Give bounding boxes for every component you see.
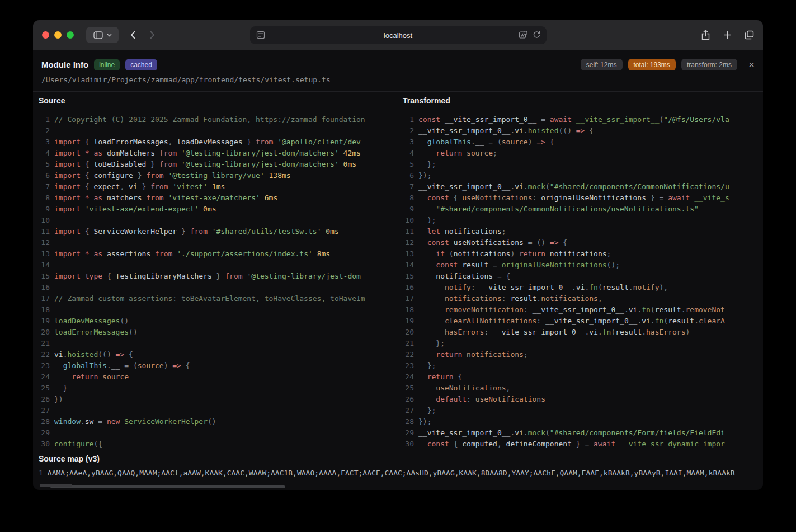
url-bar[interactable]: localhost — [250, 26, 547, 44]
zoom-window-button[interactable] — [67, 31, 74, 39]
line-number: 1 — [37, 114, 54, 125]
code-token: domMatchers — [107, 149, 159, 157]
code-line: 29 — [33, 427, 397, 439]
code-token: , — [120, 182, 129, 191]
code-token: import — [54, 171, 85, 180]
code-token: ); — [418, 216, 436, 224]
source-panel: Source 1// Copyright (C) 2012-2025 Zamma… — [33, 92, 397, 448]
line-number: 29 — [37, 427, 54, 439]
code-token: { — [454, 440, 463, 448]
code-token: result — [615, 328, 642, 336]
back-button[interactable] — [130, 30, 136, 40]
code-text: let notifications; — [418, 226, 506, 237]
code-token: { — [85, 138, 94, 146]
new-tab-icon[interactable] — [723, 31, 732, 39]
code-token: , — [168, 138, 177, 146]
code-token: type — [85, 272, 107, 280]
code-line: 6}); — [397, 170, 763, 181]
code-line: 15import type { TestingLibraryMatchers }… — [33, 271, 397, 282]
code-token: vi — [642, 317, 651, 325]
code-token: __vite_ssr_import_0__ — [480, 283, 572, 291]
line-number: 11 — [402, 226, 418, 237]
code-line: 10 ); — [397, 215, 763, 226]
reload-icon[interactable] — [533, 31, 541, 39]
reader-icon[interactable] — [256, 31, 265, 39]
line-number: 28 — [37, 416, 54, 427]
close-window-button[interactable] — [42, 31, 49, 39]
code-token: } — [133, 171, 146, 180]
line-number: 6 — [402, 170, 418, 181]
code-token — [418, 149, 436, 157]
code-token: return — [427, 373, 458, 381]
code-token: { — [85, 171, 94, 180]
forward-button[interactable] — [149, 30, 156, 40]
line-number: 5 — [402, 159, 418, 170]
code-token: originalUseNotifications — [502, 261, 607, 269]
minimize-window-button[interactable] — [54, 31, 62, 39]
code-token: * — [85, 194, 94, 202]
code-token: }; — [418, 160, 436, 168]
code-line: 14 — [33, 260, 397, 271]
code-token: sw — [85, 417, 94, 426]
line-number: 1 — [402, 114, 418, 125]
tab-overview-icon[interactable] — [745, 30, 754, 40]
code-token: if — [436, 249, 449, 258]
code-token: default — [436, 395, 467, 403]
code-token: () — [120, 317, 129, 325]
line-number: 21 — [402, 338, 418, 349]
module-path-link[interactable]: './support/assertions/index.ts' — [177, 249, 313, 258]
code-text: hasErrors: __vite_ssr_import_0__.vi.fn(r… — [418, 327, 690, 338]
code-line: 4import * as domMatchers from '@testing-… — [33, 148, 397, 159]
code-token: }); — [418, 417, 431, 426]
source-panel-title: Source — [33, 92, 397, 111]
code-text: }); — [418, 416, 431, 427]
code-token: let — [427, 227, 445, 236]
code-token: () — [129, 328, 138, 336]
code-token: result — [655, 305, 681, 314]
line-number: 7 — [402, 181, 418, 192]
code-token: expect — [93, 182, 120, 191]
code-token: . — [524, 429, 528, 437]
code-token: = ( — [120, 361, 137, 370]
code-line: 3 globalThis.__ = (source) => { — [397, 136, 763, 148]
code-token: } — [138, 182, 150, 191]
code-token: . — [524, 126, 528, 135]
code-line: 28}); — [397, 416, 763, 427]
code-token: notifications — [454, 249, 511, 258]
code-token: = — [93, 417, 106, 426]
code-token: import — [54, 160, 85, 168]
code-token: as — [93, 194, 106, 202]
code-token: __vite_ssr_import_0__ — [418, 182, 510, 191]
code-text: __vite_ssr_import_0__.vi.mock("#shared/c… — [418, 181, 729, 192]
code-token: assertions — [107, 249, 155, 258]
code-token: result — [462, 261, 488, 269]
code-token: 42ms — [339, 149, 361, 157]
close-panel-button[interactable]: × — [748, 59, 755, 70]
code-token: 8ms — [313, 249, 330, 258]
code-token: * — [85, 249, 94, 258]
code-text: const { useNotifications: originalUseNot… — [418, 192, 729, 204]
code-text: import type { TestingLibraryMatchers } f… — [54, 271, 361, 282]
code-token: return — [436, 149, 467, 157]
code-text: }) — [54, 394, 63, 405]
code-token: loadErrorMessages — [93, 138, 168, 146]
code-line: 26}) — [33, 394, 397, 405]
line-number: 3 — [402, 136, 418, 148]
code-line: 24 return source — [33, 371, 397, 383]
code-line: 6import { configure } from '@testing-lib… — [33, 170, 397, 181]
code-token: { — [563, 238, 567, 247]
code-text: }; — [418, 360, 436, 371]
code-token: ServiceWorkerHelper — [93, 227, 177, 236]
code-token: from — [146, 194, 168, 202]
code-token: from — [155, 249, 177, 258]
line-number: 27 — [37, 405, 54, 416]
code-token: . — [694, 317, 699, 325]
autofill-icon[interactable] — [519, 31, 527, 39]
sidebar-toggle-button[interactable] — [86, 27, 119, 43]
code-line: 1// Copyright (C) 2012-2025 Zammad Found… — [33, 114, 397, 125]
sourcemap-horizontal-scrollbar[interactable] — [40, 484, 72, 487]
share-icon[interactable] — [701, 30, 710, 40]
code-token: '@testing-library/vue' — [168, 171, 265, 180]
code-token: = () — [524, 238, 550, 247]
line-number: 7 — [37, 181, 54, 192]
